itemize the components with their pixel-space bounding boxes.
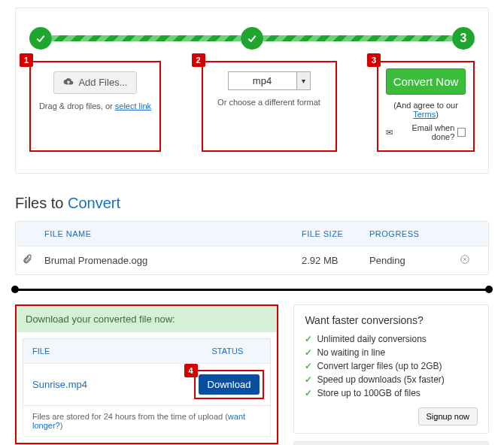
step-1-box: 1 Add Files... Drag & drop files, or sel…: [29, 61, 161, 152]
download-table: FILE STATUS Sunrise.mp4 4 Download: [23, 338, 271, 406]
callout-3: 3: [367, 53, 381, 67]
promo-title: Want faster conversions?: [305, 314, 478, 326]
add-files-label: Add Files...: [78, 77, 127, 88]
select-link[interactable]: select link: [115, 101, 151, 110]
email-when-done-row: ✉ Email when done?: [386, 123, 466, 141]
col-file: FILE: [32, 347, 193, 356]
step-2-check-icon: [241, 27, 263, 50]
agree-text: (And agree to our Terms): [386, 101, 466, 119]
step-1-check-icon: [29, 27, 52, 50]
promo-item: Store up to 100GB of files: [305, 386, 478, 400]
callout-2: 2: [192, 53, 205, 67]
cloud-upload-icon: [63, 77, 74, 89]
upload-card: 3 1 Add Files... Drag & drop files, or s…: [15, 8, 489, 174]
terms-link[interactable]: Terms: [413, 110, 436, 119]
progress-cell: Pending: [369, 255, 460, 266]
step-connector: [263, 35, 452, 41]
files-table: FILE NAME FILE SIZE PROGRESS Brumal Prom…: [15, 221, 489, 275]
files-to-convert-heading: Files to Convert: [15, 195, 489, 212]
convert-now-button[interactable]: Convert Now: [386, 68, 466, 95]
promo-card: Want faster conversions? Unlimited daily…: [293, 304, 489, 434]
section-divider: [15, 289, 489, 291]
download-panel: Download your converted file now: FILE S…: [15, 304, 278, 444]
storage-note: Files are stored for 24 hours from the t…: [23, 406, 271, 437]
envelope-icon: ✉: [386, 128, 393, 138]
add-files-button[interactable]: Add Files...: [53, 71, 138, 94]
remove-file-button[interactable]: [460, 254, 482, 267]
developer-card: Are you a developer? If so click here to…: [293, 441, 489, 445]
col-file-name: FILE NAME: [44, 229, 302, 238]
step-indicator-row: 3: [29, 27, 475, 50]
step-connector: [52, 35, 241, 41]
email-when-done-checkbox[interactable]: [457, 128, 466, 137]
col-file-size: FILE SIZE: [302, 229, 369, 238]
col-status: STATUS: [193, 347, 261, 356]
download-banner: Download your converted file now:: [17, 306, 277, 332]
download-button[interactable]: Download: [199, 374, 260, 395]
chevron-down-icon[interactable]: ▾: [297, 71, 311, 90]
promo-item: No waiting in line: [305, 346, 478, 359]
download-row: Sunrise.mp4 4 Download: [23, 363, 270, 405]
step-3-number: 3: [452, 27, 475, 50]
format-select[interactable]: mp4 ▾: [228, 71, 311, 90]
promo-item: Unlimited daily conversions: [305, 332, 478, 346]
callout-1: 1: [20, 53, 33, 67]
promo-list: Unlimited daily conversions No waiting i…: [305, 332, 478, 400]
converted-file-link[interactable]: Sunrise.mp4: [32, 379, 194, 390]
step-2-box: 2 mp4 ▾ Or choose a different format: [202, 61, 337, 152]
download-table-header: FILE STATUS: [23, 339, 270, 363]
file-name-cell: Brumal Promenade.ogg: [44, 255, 302, 266]
format-subtext: Or choose a different format: [211, 98, 328, 107]
signup-button[interactable]: Signup now: [418, 407, 478, 425]
format-value: mp4: [228, 71, 297, 90]
step-3-box: 3 Convert Now (And agree to our Terms) ✉…: [377, 61, 475, 152]
col-progress: PROGRESS: [369, 229, 460, 238]
add-files-subtext: Drag & drop files, or select link: [38, 101, 152, 110]
table-header: FILE NAME FILE SIZE PROGRESS: [16, 222, 488, 246]
file-size-cell: 2.92 MB: [302, 255, 369, 266]
download-button-highlight: 4 Download: [194, 370, 265, 399]
email-when-done-label: Email when done?: [396, 123, 454, 141]
callout-4: 4: [184, 364, 198, 377]
promo-item: Speed up downloads (5x faster): [305, 373, 478, 386]
promo-item: Convert larger files (up to 2GB): [305, 359, 478, 373]
paperclip-icon: [22, 254, 44, 267]
table-row: Brumal Promenade.ogg 2.92 MB Pending: [16, 246, 488, 274]
